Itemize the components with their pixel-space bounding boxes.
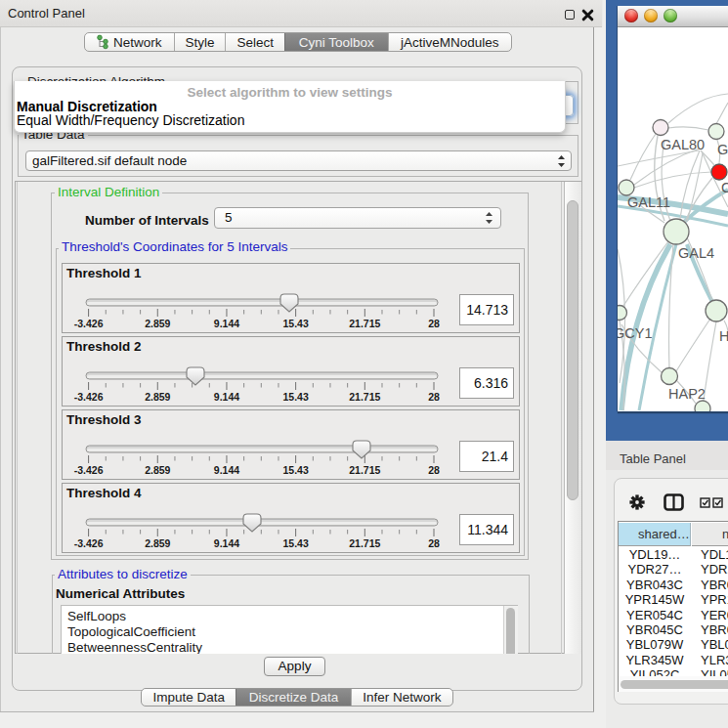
svg-text:2.859: 2.859 (145, 318, 170, 329)
svg-text:15.43: 15.43 (282, 464, 308, 476)
svg-text:21.715: 21.715 (349, 537, 380, 549)
svg-text:28: 28 (428, 537, 440, 549)
svg-text:15.43: 15.43 (282, 391, 308, 403)
svg-text:-3.426: -3.426 (74, 464, 104, 476)
svg-text:28: 28 (428, 318, 440, 329)
svg-text:9.144: 9.144 (214, 391, 239, 403)
svg-text:GAL4: GAL4 (678, 245, 714, 261)
svg-text:28: 28 (428, 464, 440, 476)
svg-text:9.144: 9.144 (214, 318, 239, 329)
svg-text:GAL80: GAL80 (661, 137, 705, 152)
svg-text:GAL11: GAL11 (627, 194, 670, 210)
svg-text:2.859: 2.859 (145, 391, 170, 403)
svg-text:15.43: 15.43 (282, 318, 308, 329)
svg-text:-3.426: -3.426 (74, 318, 104, 329)
svg-text:GAL…: GAL… (717, 142, 728, 157)
svg-text:21.715: 21.715 (349, 464, 380, 476)
svg-text:-3.426: -3.426 (74, 391, 104, 403)
svg-text:-3.426: -3.426 (74, 537, 104, 549)
svg-text:21.715: 21.715 (349, 318, 380, 329)
svg-text:28: 28 (428, 391, 440, 403)
svg-text:21.715: 21.715 (349, 391, 380, 403)
svg-text:HAP2: HAP2 (668, 386, 706, 402)
svg-text:2.859: 2.859 (145, 464, 170, 476)
svg-text:9.144: 9.144 (214, 537, 239, 549)
svg-text:H…: H… (719, 328, 728, 344)
svg-text:9.144: 9.144 (214, 464, 239, 476)
svg-text:2.859: 2.859 (145, 537, 170, 549)
svg-text:15.43: 15.43 (282, 537, 308, 549)
svg-text:GCY1: GCY1 (618, 325, 653, 341)
svg-text:C…: C… (721, 180, 728, 195)
